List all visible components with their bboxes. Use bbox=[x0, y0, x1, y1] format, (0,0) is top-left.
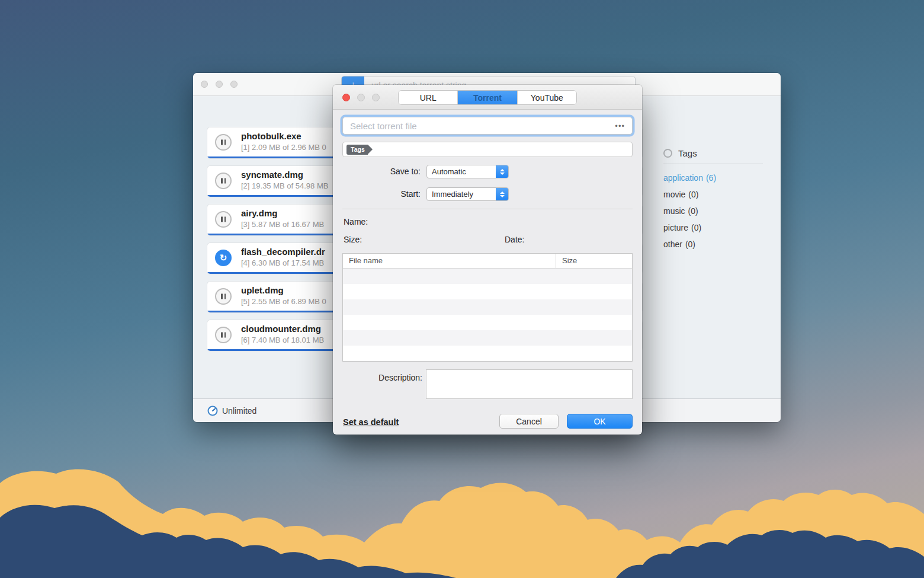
table-row bbox=[343, 269, 632, 284]
tags-panel: Tags application(6) movie(0) music(0) pi… bbox=[663, 148, 781, 253]
speed-gauge-icon[interactable] bbox=[207, 405, 218, 416]
minimize-icon[interactable] bbox=[357, 94, 365, 101]
download-name: photobulk.exe bbox=[241, 131, 301, 141]
pause-icon bbox=[221, 178, 226, 184]
tag-circle-icon bbox=[663, 149, 672, 158]
tag-item-picture[interactable]: picture(0) bbox=[663, 219, 781, 236]
start-select[interactable]: Immediately bbox=[426, 187, 509, 201]
tag-item-music[interactable]: music(0) bbox=[663, 203, 781, 219]
download-name: cloudmounter.dmg bbox=[241, 324, 321, 334]
zoom-icon[interactable] bbox=[230, 81, 238, 88]
minimize-icon[interactable] bbox=[216, 81, 223, 88]
file-table-header: File name Size bbox=[343, 254, 632, 269]
tag-item-application[interactable]: application(6) bbox=[663, 170, 781, 186]
tab-youtube[interactable]: YouTube bbox=[518, 91, 576, 104]
zoom-icon[interactable] bbox=[372, 94, 380, 101]
table-row bbox=[343, 299, 632, 315]
resume-icon: ↻ bbox=[220, 253, 227, 263]
source-tabs: URL Torrent YouTube bbox=[398, 90, 577, 105]
save-to-label: Save to: bbox=[342, 165, 421, 178]
download-progress-text: [3] 5.87 MB of 16.67 MB bbox=[241, 220, 324, 229]
download-progress-text: [6] 7.40 MB of 18.01 MB bbox=[241, 336, 324, 344]
dialog-titlebar[interactable]: URL Torrent YouTube bbox=[333, 85, 642, 110]
download-name: uplet.dmg bbox=[241, 285, 284, 295]
speed-limit-label[interactable]: Unlimited bbox=[222, 406, 256, 416]
name-label: Name: bbox=[344, 217, 368, 226]
tag-item-other[interactable]: other(0) bbox=[663, 236, 781, 253]
file-table[interactable]: File name Size bbox=[342, 253, 633, 362]
description-input[interactable] bbox=[426, 369, 633, 399]
cancel-button[interactable]: Cancel bbox=[499, 414, 559, 429]
column-size[interactable]: Size bbox=[556, 254, 632, 268]
close-icon[interactable] bbox=[201, 81, 208, 88]
download-progress-text: [4] 6.30 MB of 17.54 MB bbox=[241, 258, 324, 267]
browse-button[interactable]: ••• bbox=[608, 122, 632, 130]
download-name: syncmate.dmg bbox=[241, 170, 303, 180]
download-progress-text: [5] 2.55 MB of 6.89 MB 0 bbox=[241, 297, 326, 306]
divider bbox=[663, 164, 763, 164]
save-to-value: Automatic bbox=[427, 167, 496, 176]
download-progress-text: [1] 2.09 MB of 2.96 MB 0 bbox=[241, 143, 326, 152]
table-row bbox=[343, 330, 632, 346]
pause-icon bbox=[221, 333, 226, 338]
pause-button[interactable] bbox=[215, 173, 232, 189]
dialog-traffic-lights bbox=[342, 94, 380, 101]
tags-pill-label: Tags bbox=[346, 145, 368, 155]
stepper-icon bbox=[496, 187, 508, 201]
pause-button[interactable] bbox=[215, 288, 232, 305]
add-download-dialog: URL Torrent YouTube ••• Tags Save to: Au… bbox=[333, 85, 642, 435]
resume-button[interactable]: ↻ bbox=[215, 250, 232, 266]
tags-panel-title: Tags bbox=[678, 148, 697, 158]
start-value: Immediately bbox=[427, 190, 496, 199]
pause-icon bbox=[221, 294, 226, 299]
size-label: Size: bbox=[344, 235, 362, 244]
table-row bbox=[343, 346, 632, 361]
tags-pill: Tags bbox=[346, 145, 373, 155]
pause-button[interactable] bbox=[215, 134, 232, 151]
table-row bbox=[343, 284, 632, 299]
tab-url[interactable]: URL bbox=[399, 91, 458, 104]
column-file-name[interactable]: File name bbox=[343, 254, 556, 268]
torrent-file-field: ••• bbox=[342, 117, 633, 135]
divider bbox=[342, 209, 633, 209]
tag-arrow-icon bbox=[368, 145, 373, 154]
traffic-lights bbox=[201, 81, 238, 88]
ok-button[interactable]: OK bbox=[567, 414, 633, 429]
close-icon[interactable] bbox=[342, 94, 350, 101]
tags-panel-header: Tags bbox=[663, 148, 781, 158]
download-name: airy.dmg bbox=[241, 208, 277, 218]
start-label: Start: bbox=[342, 187, 421, 201]
tag-item-movie[interactable]: movie(0) bbox=[663, 186, 781, 203]
save-to-select[interactable]: Automatic bbox=[426, 165, 509, 178]
pause-icon bbox=[221, 140, 226, 145]
tags-input-field[interactable]: Tags bbox=[342, 142, 633, 157]
download-name: flash_decompiler.dr bbox=[241, 247, 325, 257]
wallpaper-clouds bbox=[0, 459, 924, 578]
description-label: Description: bbox=[342, 373, 422, 382]
table-row bbox=[343, 315, 632, 330]
date-label: Date: bbox=[505, 235, 524, 244]
stepper-icon bbox=[496, 165, 508, 178]
set-as-default-link[interactable]: Set as default bbox=[343, 417, 399, 427]
save-to-row: Save to: Automatic bbox=[333, 165, 642, 178]
tag-list: application(6) movie(0) music(0) picture… bbox=[663, 170, 781, 253]
start-row: Start: Immediately bbox=[333, 187, 642, 201]
desktop: ↓ photobulk.exe [1] 2.09 MB of 2.96 MB 0… bbox=[0, 0, 924, 578]
pause-button[interactable] bbox=[215, 327, 232, 343]
download-progress-text: [2] 19.35 MB of 54.98 MB bbox=[241, 181, 328, 190]
tab-torrent[interactable]: Torrent bbox=[458, 91, 517, 104]
torrent-file-input[interactable] bbox=[343, 117, 608, 134]
pause-button[interactable] bbox=[215, 211, 232, 228]
pause-icon bbox=[221, 217, 226, 222]
